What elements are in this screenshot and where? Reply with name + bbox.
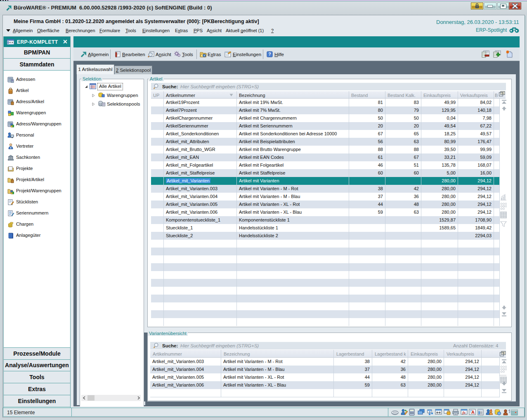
svg-text:i: i	[204, 54, 205, 57]
svg-text:fx: fx	[463, 411, 466, 415]
svg-text:?: ?	[268, 52, 271, 57]
svg-text:?: ?	[508, 409, 510, 414]
svg-text:A: A	[471, 410, 475, 415]
